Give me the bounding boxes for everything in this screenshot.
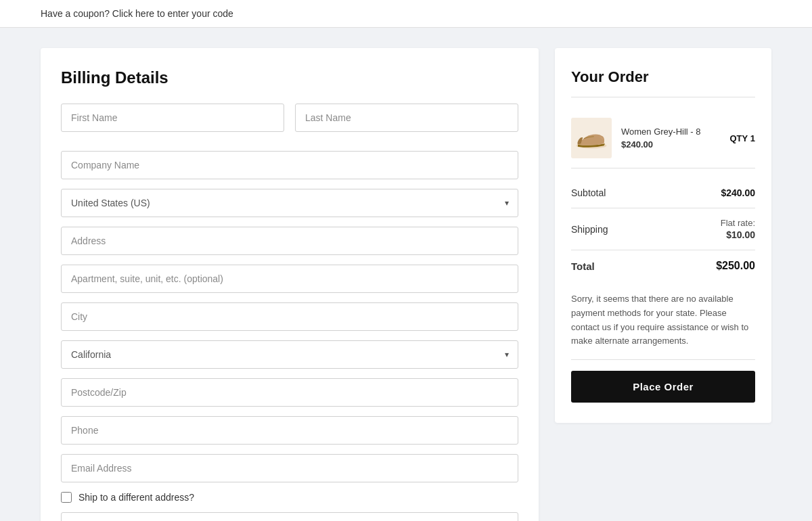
country-select-wrapper: United States (US) Canada United Kingdom… <box>61 189 518 217</box>
qty-value: 1 <box>750 133 755 143</box>
order-title: Your Order <box>571 68 755 97</box>
ship-different-label[interactable]: Ship to a different address? <box>78 492 194 503</box>
order-item-qty: QTY 1 <box>729 133 755 143</box>
phone-input[interactable] <box>61 416 518 445</box>
billing-panel: Billing Details United States (US) Canad… <box>41 48 539 521</box>
country-select[interactable]: United States (US) Canada United Kingdom… <box>61 189 518 217</box>
ship-different-row: Ship to a different address? <box>61 492 518 503</box>
first-name-input[interactable] <box>61 104 284 132</box>
shipping-method: Flat rate: <box>721 218 755 228</box>
company-name-group <box>61 151 518 179</box>
order-totals: Subtotal $240.00 Shipping Flat rate: $10… <box>571 168 755 281</box>
order-item: Women Grey-Hill - 8 $240.00 QTY 1 <box>571 108 755 168</box>
total-row: Total $250.00 <box>571 250 755 281</box>
extra-field-group <box>61 512 518 521</box>
state-select-wrapper: Alabama Alaska Arizona Arkansas Californ… <box>61 340 518 369</box>
shipping-cost: $10.00 <box>726 229 755 240</box>
order-item-name: Women Grey-Hill - 8 <box>621 127 720 137</box>
coupon-text[interactable]: Have a coupon? Click here to enter your … <box>41 8 233 19</box>
place-order-button[interactable]: Place Order <box>571 371 755 403</box>
order-item-price: $240.00 <box>621 139 720 150</box>
coupon-bar: Have a coupon? Click here to enter your … <box>0 0 812 28</box>
ship-different-checkbox[interactable] <box>61 492 72 503</box>
order-item-image <box>571 118 612 158</box>
address-group <box>61 227 518 255</box>
subtotal-label: Subtotal <box>571 187 606 198</box>
shipping-row: Shipping Flat rate: $10.00 <box>571 208 755 250</box>
order-item-info: Women Grey-Hill - 8 $240.00 <box>621 127 720 150</box>
first-name-group <box>61 104 284 132</box>
last-name-input[interactable] <box>295 104 518 132</box>
total-label: Total <box>571 260 595 272</box>
company-name-input[interactable] <box>61 151 518 179</box>
name-row <box>61 104 518 141</box>
shipping-details: Flat rate: $10.00 <box>721 218 755 240</box>
apartment-group <box>61 265 518 293</box>
qty-label: QTY <box>729 133 748 143</box>
phone-group <box>61 416 518 445</box>
extra-field-input[interactable] <box>61 512 518 521</box>
shipping-label: Shipping <box>571 224 608 235</box>
postcode-input[interactable] <box>61 378 518 407</box>
city-group <box>61 302 518 331</box>
last-name-group <box>295 104 518 132</box>
postcode-group <box>61 378 518 407</box>
apartment-input[interactable] <box>61 265 518 293</box>
main-layout: Billing Details United States (US) Canad… <box>0 28 812 521</box>
email-input[interactable] <box>61 454 518 482</box>
country-group: United States (US) Canada United Kingdom… <box>61 189 518 217</box>
order-panel: Your Order W <box>555 48 771 423</box>
city-input[interactable] <box>61 302 518 331</box>
shoe-icon <box>574 124 609 152</box>
state-select[interactable]: Alabama Alaska Arizona Arkansas Californ… <box>61 340 518 369</box>
address-input[interactable] <box>61 227 518 255</box>
total-value: $250.00 <box>716 260 755 272</box>
subtotal-value: $240.00 <box>721 187 755 198</box>
billing-title: Billing Details <box>61 68 518 87</box>
email-group <box>61 454 518 482</box>
payment-notice: Sorry, it seems that there are no availa… <box>571 281 755 360</box>
subtotal-row: Subtotal $240.00 <box>571 178 755 208</box>
state-group: Alabama Alaska Arizona Arkansas Californ… <box>61 340 518 369</box>
